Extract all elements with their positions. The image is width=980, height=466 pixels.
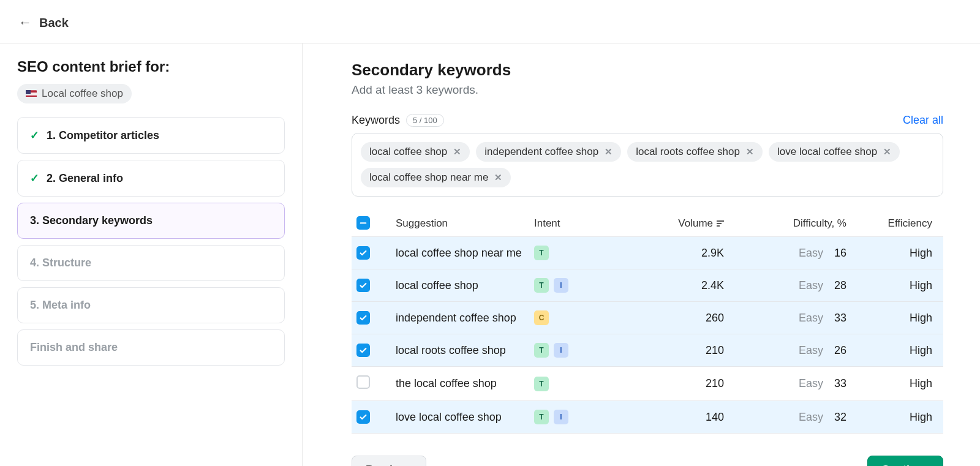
keyword-pill: local roots coffee shop✕ xyxy=(627,142,763,162)
col-volume[interactable]: Volume xyxy=(632,217,730,230)
svg-rect-0 xyxy=(360,222,367,224)
keyword-pill: local coffee shop near me✕ xyxy=(361,168,511,187)
difficulty-value: 16 xyxy=(832,247,846,260)
col-difficulty[interactable]: Difficulty, % xyxy=(730,217,853,230)
intent-cell: TI xyxy=(534,278,632,293)
intent-badge: T xyxy=(534,278,549,293)
intent-badge: T xyxy=(534,343,549,358)
brief-title: SEO content brief for: xyxy=(17,58,285,75)
difficulty-cell: Easy33 xyxy=(730,312,853,325)
intent-cell: TI xyxy=(534,410,632,424)
main-panel: Secondary keywords Add at least 3 keywor… xyxy=(303,43,980,466)
us-flag-icon xyxy=(26,90,37,97)
difficulty-cell: Easy33 xyxy=(730,377,853,390)
row-checkbox[interactable] xyxy=(356,344,370,357)
arrow-left-icon: ← xyxy=(18,15,32,31)
step-item[interactable]: ✓2. General info xyxy=(17,160,285,197)
table-row: the local coffee shopT210Easy33High xyxy=(352,367,943,401)
page-subtitle: Add at least 3 keywords. xyxy=(352,83,943,97)
difficulty-value: 33 xyxy=(832,377,846,390)
row-checkbox[interactable] xyxy=(356,279,370,292)
keyword-pill: local coffee shop✕ xyxy=(361,142,470,162)
suggestion-cell: local coffee shop xyxy=(387,279,534,292)
primary-keyword-chip[interactable]: Local coffee shop xyxy=(17,84,132,103)
step-label: 2. General info xyxy=(47,172,123,185)
suggestion-cell: independent coffee shop xyxy=(387,312,534,325)
keyword-pill: independent coffee shop✕ xyxy=(476,142,621,162)
keyword-pill-label: love local coffee shop xyxy=(777,146,877,158)
row-checkbox[interactable] xyxy=(356,311,370,325)
continue-button[interactable]: Continue xyxy=(867,456,943,466)
selected-keywords-box: local coffee shop✕independent coffee sho… xyxy=(352,133,943,197)
volume-cell: 2.4K xyxy=(632,279,730,292)
difficulty-label: Easy xyxy=(799,411,823,424)
efficiency-cell: High xyxy=(853,312,938,325)
remove-keyword-icon[interactable]: ✕ xyxy=(883,146,891,157)
intent-cell: TI xyxy=(534,343,632,358)
sort-desc-icon xyxy=(717,220,724,227)
remove-keyword-icon[interactable]: ✕ xyxy=(605,146,612,157)
previous-button[interactable]: Previous xyxy=(352,456,426,466)
row-checkbox[interactable] xyxy=(356,375,370,389)
page-heading: Secondary keywords xyxy=(352,61,943,80)
col-intent[interactable]: Intent xyxy=(534,217,632,230)
col-efficiency[interactable]: Efficiency xyxy=(853,217,938,230)
keyword-pill-label: local coffee shop xyxy=(369,146,447,158)
remove-keyword-icon[interactable]: ✕ xyxy=(453,146,461,157)
step-label: 5. Meta info xyxy=(30,299,91,312)
suggestion-cell: local roots coffee shop xyxy=(387,344,534,357)
step-item[interactable]: ✓1. Competitor articles xyxy=(17,117,285,154)
keyword-pill-label: independent coffee shop xyxy=(484,146,598,158)
suggestions-table: Suggestion Intent Volume Difficulty, % E… xyxy=(352,210,943,434)
intent-badge: T xyxy=(534,410,549,424)
remove-keyword-icon[interactable]: ✕ xyxy=(746,146,754,157)
difficulty-label: Easy xyxy=(799,279,823,292)
difficulty-cell: Easy16 xyxy=(730,247,853,260)
intent-badge: T xyxy=(534,246,549,260)
step-item[interactable]: 3. Secondary keywords xyxy=(17,203,285,239)
efficiency-cell: High xyxy=(853,411,938,424)
check-icon: ✓ xyxy=(30,129,39,142)
suggestion-cell: love local coffee shop xyxy=(387,411,534,424)
intent-cell: T xyxy=(534,377,632,391)
efficiency-cell: High xyxy=(853,344,938,357)
step-item: 5. Meta info xyxy=(17,287,285,323)
step-label: Finish and share xyxy=(30,341,118,354)
primary-keyword-label: Local coffee shop xyxy=(42,88,123,100)
intent-cell: C xyxy=(534,310,632,325)
volume-cell: 260 xyxy=(632,312,730,325)
back-label: Back xyxy=(39,16,69,30)
intent-badge: I xyxy=(554,343,568,358)
volume-cell: 210 xyxy=(632,377,730,390)
volume-cell: 2.9K xyxy=(632,247,730,260)
volume-cell: 140 xyxy=(632,411,730,424)
table-row: love local coffee shopTI140Easy32High xyxy=(352,401,943,434)
row-checkbox[interactable] xyxy=(356,410,370,424)
difficulty-label: Easy xyxy=(799,247,823,260)
efficiency-cell: High xyxy=(853,247,938,260)
intent-badge: I xyxy=(554,278,568,293)
step-item: Finish and share xyxy=(17,329,285,366)
intent-badge: I xyxy=(554,410,568,424)
volume-cell: 210 xyxy=(632,344,730,357)
remove-keyword-icon[interactable]: ✕ xyxy=(494,172,502,183)
clear-all-link[interactable]: Clear all xyxy=(903,114,943,127)
suggestion-cell: local coffee shop near me xyxy=(387,247,534,260)
col-suggestion[interactable]: Suggestion xyxy=(387,217,534,230)
difficulty-value: 28 xyxy=(832,279,846,292)
table-row: independent coffee shopC260Easy33High xyxy=(352,302,943,334)
difficulty-label: Easy xyxy=(799,344,823,357)
efficiency-cell: High xyxy=(853,279,938,292)
col-volume-label: Volume xyxy=(678,217,713,230)
keywords-label: Keywords xyxy=(352,114,400,127)
table-header: Suggestion Intent Volume Difficulty, % E… xyxy=(352,210,943,237)
select-all-checkbox[interactable] xyxy=(356,216,370,230)
step-item: 4. Structure xyxy=(17,245,285,281)
check-icon: ✓ xyxy=(30,171,39,185)
difficulty-label: Easy xyxy=(799,377,823,390)
intent-cell: T xyxy=(534,246,632,260)
difficulty-cell: Easy26 xyxy=(730,344,853,357)
intent-badge: C xyxy=(534,310,549,325)
row-checkbox[interactable] xyxy=(356,246,370,260)
back-button[interactable]: ← Back xyxy=(18,15,69,31)
